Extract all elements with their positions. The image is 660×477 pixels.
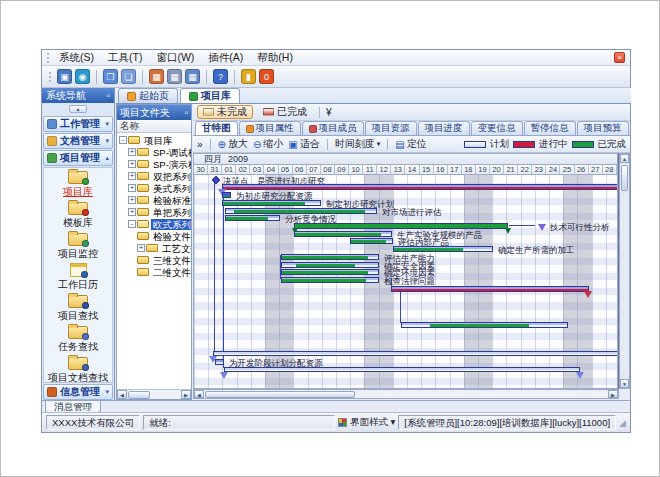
calendar-del-icon[interactable]: ▦ — [185, 69, 200, 84]
expand-icon[interactable]: + — [128, 148, 136, 156]
menu-item[interactable]: 窗口(W) — [149, 50, 201, 65]
tree-row[interactable]: +SP-演示机系 — [117, 158, 191, 170]
tab-起始页[interactable]: 起始页 — [118, 88, 178, 103]
menu-item[interactable]: 系统(S) — [52, 50, 101, 65]
window-layout-icon[interactable]: ❏ — [121, 69, 136, 84]
filter-more-icon[interactable]: ¥ — [326, 107, 332, 118]
menu-item[interactable]: 插件(A) — [201, 50, 250, 65]
tree-row[interactable]: -项目库 — [117, 134, 191, 146]
gantt-bar-plan[interactable] — [224, 367, 580, 372]
tree-column-header[interactable]: 名称 — [117, 120, 191, 133]
chevron-icon[interactable]: ▾ — [105, 388, 109, 396]
gantt-bar-plan[interactable] — [213, 351, 618, 356]
style-selector[interactable]: 界面样式 ▾ — [350, 416, 395, 429]
tree-row[interactable]: -欧式系列 — [117, 218, 191, 230]
chevron-icon[interactable]: ▴ — [105, 154, 109, 162]
tree-row[interactable]: +检验标准 — [117, 194, 191, 206]
tree-row[interactable]: +美式系列 — [117, 182, 191, 194]
nav-group-信息管理[interactable]: 信息管理▾ — [43, 384, 113, 400]
gantt-tab-项目成员[interactable]: 项目成员 — [302, 121, 364, 135]
tree-pin-icon[interactable]: ▫ — [184, 105, 188, 120]
toolbar-overflow-icon[interactable]: » — [197, 139, 203, 150]
gantt-toolbar-适合[interactable]: ▣适合 — [288, 137, 319, 151]
gantt-tab-项目预算[interactable]: 项目预算 — [577, 121, 629, 135]
resize-grip-icon[interactable]: ◢ — [619, 418, 626, 428]
chevron-icon[interactable]: ▾ — [105, 120, 109, 128]
nav-group-文档管理[interactable]: 文档管理▾ — [43, 133, 113, 149]
expand-icon[interactable]: + — [128, 184, 136, 192]
close-tab-icon[interactable]: × — [614, 52, 625, 63]
scroll-right-icon[interactable]: ▶ — [181, 390, 191, 399]
scroll-right-icon[interactable]: ▶ — [608, 390, 618, 398]
scroll-down-icon[interactable]: ▼ — [620, 379, 629, 388]
expand-icon[interactable]: + — [128, 208, 136, 216]
web-icon[interactable]: ◉ — [75, 69, 90, 84]
scroll-up-icon[interactable]: ▲ — [620, 154, 629, 163]
gantt-bar-task[interactable] — [401, 322, 568, 328]
gantt-bar-task[interactable] — [222, 200, 321, 206]
gantt-bar-tiny_plan[interactable] — [215, 359, 224, 365]
scroll-thumb[interactable] — [621, 165, 628, 191]
gantt-bar-task[interactable] — [393, 246, 493, 252]
tree-row[interactable]: +双把系列 — [117, 170, 191, 182]
folder-window-icon[interactable]: ❐ — [103, 69, 118, 84]
nav-item-项目监控[interactable]: 项目监控 — [58, 230, 98, 261]
nav-collapse-button[interactable]: ▴ — [69, 105, 87, 113]
gantt-bar-task[interactable] — [225, 215, 280, 221]
gantt-vertical-scrollbar[interactable]: ▲ ▼ — [619, 153, 630, 389]
gantt-tab-暂停信息[interactable]: 暂停信息 — [524, 121, 576, 135]
nav-group-项目管理[interactable]: 项目管理▴ — [43, 150, 113, 166]
gantt-toolbar-时间刻度[interactable]: 时间刻度▾ — [335, 137, 381, 151]
tree-row[interactable]: 二维文件 — [117, 266, 191, 278]
calendar-view-icon[interactable]: ▦ — [167, 69, 182, 84]
nav-item-工作日历[interactable]: 工作日历 — [58, 261, 98, 292]
gantt-horizontal-scrollbar[interactable]: ◀ ▶ — [193, 389, 619, 399]
gantt-bar-tiny_done[interactable] — [222, 192, 231, 198]
tree-row[interactable]: 三维文件 — [117, 254, 191, 266]
scroll-left-icon[interactable]: ◀ — [117, 390, 127, 399]
expand-icon[interactable]: + — [137, 244, 145, 252]
gantt-tab-甘特图[interactable]: 甘特图 — [195, 121, 238, 135]
tree-row[interactable]: +SP-调试机系 — [117, 146, 191, 158]
pin-icon[interactable]: ▫ — [106, 88, 110, 103]
expand-icon[interactable]: + — [128, 160, 136, 168]
gantt-chart[interactable]: 决策点是否进行初步研究为初步研究分配资源制定初步研究计划对市场进行评估分析竞争情… — [193, 175, 618, 389]
gantt-tab-项目进度[interactable]: 项目进度 — [418, 121, 470, 135]
scroll-thumb[interactable] — [128, 391, 150, 399]
filter-未完成[interactable]: 未完成 — [197, 105, 253, 119]
collapse-icon[interactable]: - — [128, 220, 136, 228]
gantt-bar-task[interactable] — [281, 262, 379, 268]
scroll-left-icon[interactable]: ◀ — [194, 390, 204, 398]
expand-icon[interactable]: + — [128, 196, 136, 204]
nav-item-项目文档查找[interactable]: 项目文档查找 — [48, 354, 108, 383]
gantt-bar-task[interactable] — [281, 277, 379, 283]
gantt-tab-项目资源[interactable]: 项目资源 — [365, 121, 417, 135]
gantt-toolbar-定位[interactable]: ▤定位 — [395, 137, 426, 151]
gantt-bar-task[interactable] — [281, 269, 379, 275]
gantt-tab-项目属性[interactable]: 项目属性 — [239, 121, 301, 135]
menu-item[interactable]: 工具(T) — [101, 50, 149, 65]
gantt-toolbar-放大[interactable]: ⊕放大 — [218, 137, 248, 151]
nav-item-项目查找[interactable]: 项目查找 — [58, 292, 98, 323]
tab-项目库[interactable]: 项目库 — [180, 88, 240, 103]
nav-item-项目库[interactable]: 项目库 — [63, 168, 93, 199]
nav-item-任务查找[interactable]: 任务查找 — [58, 323, 98, 354]
gantt-bar-summary_red[interactable] — [391, 286, 589, 292]
exit-icon[interactable]: 0 — [259, 69, 274, 84]
gantt-bar-summary_green[interactable] — [294, 223, 508, 229]
nav-group-工作管理[interactable]: 工作管理▾ — [43, 116, 113, 132]
menu-item[interactable]: 帮助(H) — [250, 50, 300, 65]
gantt-bar-task[interactable] — [281, 254, 379, 260]
nav-item-模板库[interactable]: 模板库 — [63, 199, 93, 230]
gantt-toolbar-缩小[interactable]: ⊖缩小 — [253, 137, 283, 151]
lock-icon[interactable]: ▮ — [241, 69, 256, 84]
client-system-icon[interactable]: ▣ — [57, 69, 72, 84]
help-icon[interactable]: ? — [213, 69, 228, 84]
filter-已完成[interactable]: 已完成 — [257, 105, 313, 119]
chevron-icon[interactable]: ▾ — [105, 137, 109, 145]
gantt-bar-task[interactable] — [294, 231, 392, 237]
expand-icon[interactable]: + — [128, 172, 136, 180]
tree-horizontal-scrollbar[interactable]: ◀ ▶ — [117, 389, 191, 399]
tree-row[interactable]: +单把系列 — [117, 206, 191, 218]
calendar-new-icon[interactable]: ▦ — [149, 69, 164, 84]
